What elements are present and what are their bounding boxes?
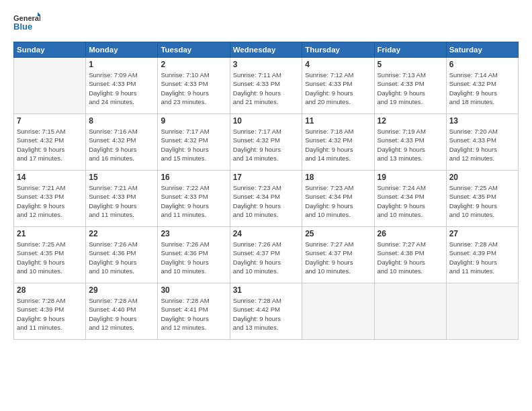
day-number: 31 xyxy=(233,285,300,295)
day-number: 14 xyxy=(17,173,83,182)
day-number: 27 xyxy=(449,229,515,238)
calendar-cell: 15Sunrise: 7:21 AMSunset: 4:33 PMDayligh… xyxy=(86,171,158,227)
day-info: Sunrise: 7:28 AMSunset: 4:41 PMDaylight:… xyxy=(161,296,226,332)
day-info: Sunrise: 7:28 AMSunset: 4:39 PMDaylight:… xyxy=(17,296,83,332)
logo: General Blue xyxy=(13,11,40,35)
calendar-week-2: 7Sunrise: 7:15 AMSunset: 4:32 PMDaylight… xyxy=(14,114,519,171)
calendar-cell: 24Sunrise: 7:26 AMSunset: 4:37 PMDayligh… xyxy=(230,227,302,283)
day-number: 22 xyxy=(89,229,154,238)
weekday-header-friday: Friday xyxy=(374,42,446,58)
calendar-week-1: 1Sunrise: 7:09 AMSunset: 4:33 PMDaylight… xyxy=(14,58,519,114)
day-number: 7 xyxy=(17,116,83,126)
calendar-cell: 7Sunrise: 7:15 AMSunset: 4:32 PMDaylight… xyxy=(14,114,86,171)
day-info: Sunrise: 7:28 AMSunset: 4:39 PMDaylight:… xyxy=(449,240,515,275)
header: General Blue xyxy=(13,11,519,35)
day-number: 5 xyxy=(378,60,443,69)
day-info: Sunrise: 7:13 AMSunset: 4:33 PMDaylight:… xyxy=(378,71,443,106)
day-info: Sunrise: 7:23 AMSunset: 4:34 PMDaylight:… xyxy=(233,183,300,219)
day-number: 24 xyxy=(233,229,300,238)
day-number: 1 xyxy=(89,60,154,69)
weekday-header-tuesday: Tuesday xyxy=(158,42,230,58)
day-number: 8 xyxy=(89,116,154,126)
day-number: 3 xyxy=(233,60,300,69)
day-info: Sunrise: 7:12 AMSunset: 4:33 PMDaylight:… xyxy=(305,71,371,106)
calendar-cell: 3Sunrise: 7:11 AMSunset: 4:33 PMDaylight… xyxy=(230,58,302,114)
day-info: Sunrise: 7:26 AMSunset: 4:36 PMDaylight:… xyxy=(161,240,226,275)
day-info: Sunrise: 7:09 AMSunset: 4:33 PMDaylight:… xyxy=(89,71,154,106)
calendar-cell: 12Sunrise: 7:19 AMSunset: 4:33 PMDayligh… xyxy=(374,114,446,171)
day-number: 28 xyxy=(17,285,83,295)
calendar-cell: 31Sunrise: 7:28 AMSunset: 4:42 PMDayligh… xyxy=(230,283,302,340)
day-info: Sunrise: 7:19 AMSunset: 4:33 PMDaylight:… xyxy=(378,127,443,163)
calendar-cell: 4Sunrise: 7:12 AMSunset: 4:33 PMDaylight… xyxy=(302,58,374,114)
day-number: 12 xyxy=(378,116,443,126)
calendar-cell: 21Sunrise: 7:25 AMSunset: 4:35 PMDayligh… xyxy=(14,227,86,283)
day-info: Sunrise: 7:11 AMSunset: 4:33 PMDaylight:… xyxy=(233,71,300,106)
calendar-cell xyxy=(374,283,446,340)
day-info: Sunrise: 7:28 AMSunset: 4:40 PMDaylight:… xyxy=(89,296,154,332)
calendar-cell: 18Sunrise: 7:23 AMSunset: 4:34 PMDayligh… xyxy=(302,171,374,227)
day-number: 18 xyxy=(305,173,371,182)
day-number: 23 xyxy=(161,229,226,238)
calendar-week-3: 14Sunrise: 7:21 AMSunset: 4:33 PMDayligh… xyxy=(14,171,519,227)
calendar-cell: 22Sunrise: 7:26 AMSunset: 4:36 PMDayligh… xyxy=(86,227,158,283)
calendar-cell: 8Sunrise: 7:16 AMSunset: 4:32 PMDaylight… xyxy=(86,114,158,171)
calendar-cell xyxy=(302,283,374,340)
calendar-cell: 20Sunrise: 7:25 AMSunset: 4:35 PMDayligh… xyxy=(446,171,518,227)
calendar-cell: 19Sunrise: 7:24 AMSunset: 4:34 PMDayligh… xyxy=(374,171,446,227)
day-number: 17 xyxy=(233,173,300,182)
calendar-cell: 13Sunrise: 7:20 AMSunset: 4:33 PMDayligh… xyxy=(446,114,518,171)
day-number: 26 xyxy=(378,229,443,238)
day-info: Sunrise: 7:22 AMSunset: 4:33 PMDaylight:… xyxy=(161,183,226,219)
calendar-cell: 1Sunrise: 7:09 AMSunset: 4:33 PMDaylight… xyxy=(86,58,158,114)
svg-text:Blue: Blue xyxy=(13,21,32,32)
page: General Blue SundayMondayTuesdayWednesda… xyxy=(0,0,532,411)
calendar-cell: 27Sunrise: 7:28 AMSunset: 4:39 PMDayligh… xyxy=(446,227,518,283)
day-number: 19 xyxy=(378,173,443,182)
calendar-cell: 10Sunrise: 7:17 AMSunset: 4:32 PMDayligh… xyxy=(230,114,302,171)
day-number: 6 xyxy=(449,60,515,69)
day-info: Sunrise: 7:17 AMSunset: 4:32 PMDaylight:… xyxy=(161,127,226,163)
day-number: 11 xyxy=(305,116,371,126)
day-info: Sunrise: 7:21 AMSunset: 4:33 PMDaylight:… xyxy=(89,183,154,219)
day-info: Sunrise: 7:26 AMSunset: 4:37 PMDaylight:… xyxy=(233,240,300,275)
day-info: Sunrise: 7:27 AMSunset: 4:38 PMDaylight:… xyxy=(378,240,443,275)
calendar-cell: 29Sunrise: 7:28 AMSunset: 4:40 PMDayligh… xyxy=(86,283,158,340)
day-info: Sunrise: 7:14 AMSunset: 4:32 PMDaylight:… xyxy=(449,71,515,106)
calendar-cell xyxy=(14,58,86,114)
day-info: Sunrise: 7:21 AMSunset: 4:33 PMDaylight:… xyxy=(17,183,83,219)
calendar-cell: 11Sunrise: 7:18 AMSunset: 4:32 PMDayligh… xyxy=(302,114,374,171)
day-number: 16 xyxy=(161,173,226,182)
calendar-cell: 16Sunrise: 7:22 AMSunset: 4:33 PMDayligh… xyxy=(158,171,230,227)
logo-svg: General Blue xyxy=(13,11,40,35)
calendar-cell xyxy=(446,283,518,340)
day-info: Sunrise: 7:28 AMSunset: 4:42 PMDaylight:… xyxy=(233,296,300,332)
calendar-cell: 26Sunrise: 7:27 AMSunset: 4:38 PMDayligh… xyxy=(374,227,446,283)
calendar-cell: 30Sunrise: 7:28 AMSunset: 4:41 PMDayligh… xyxy=(158,283,230,340)
day-number: 10 xyxy=(233,116,300,126)
weekday-header-monday: Monday xyxy=(86,42,158,58)
calendar-table: SundayMondayTuesdayWednesdayThursdayFrid… xyxy=(13,42,519,340)
calendar-cell: 23Sunrise: 7:26 AMSunset: 4:36 PMDayligh… xyxy=(158,227,230,283)
weekday-header-wednesday: Wednesday xyxy=(230,42,302,58)
day-number: 13 xyxy=(449,116,515,126)
weekday-header-sunday: Sunday xyxy=(14,42,86,58)
day-number: 15 xyxy=(89,173,154,182)
day-info: Sunrise: 7:16 AMSunset: 4:32 PMDaylight:… xyxy=(89,127,154,163)
day-number: 29 xyxy=(89,285,154,295)
calendar-cell: 6Sunrise: 7:14 AMSunset: 4:32 PMDaylight… xyxy=(446,58,518,114)
calendar-cell: 14Sunrise: 7:21 AMSunset: 4:33 PMDayligh… xyxy=(14,171,86,227)
day-info: Sunrise: 7:26 AMSunset: 4:36 PMDaylight:… xyxy=(89,240,154,275)
calendar-week-5: 28Sunrise: 7:28 AMSunset: 4:39 PMDayligh… xyxy=(14,283,519,340)
calendar-week-4: 21Sunrise: 7:25 AMSunset: 4:35 PMDayligh… xyxy=(14,227,519,283)
day-info: Sunrise: 7:17 AMSunset: 4:32 PMDaylight:… xyxy=(233,127,300,163)
weekday-header-row: SundayMondayTuesdayWednesdayThursdayFrid… xyxy=(14,42,519,58)
day-info: Sunrise: 7:25 AMSunset: 4:35 PMDaylight:… xyxy=(449,183,515,219)
day-number: 9 xyxy=(161,116,226,126)
calendar-cell: 25Sunrise: 7:27 AMSunset: 4:37 PMDayligh… xyxy=(302,227,374,283)
day-number: 20 xyxy=(449,173,515,182)
calendar-cell: 5Sunrise: 7:13 AMSunset: 4:33 PMDaylight… xyxy=(374,58,446,114)
day-info: Sunrise: 7:23 AMSunset: 4:34 PMDaylight:… xyxy=(305,183,371,219)
calendar-cell: 28Sunrise: 7:28 AMSunset: 4:39 PMDayligh… xyxy=(14,283,86,340)
weekday-header-thursday: Thursday xyxy=(302,42,374,58)
